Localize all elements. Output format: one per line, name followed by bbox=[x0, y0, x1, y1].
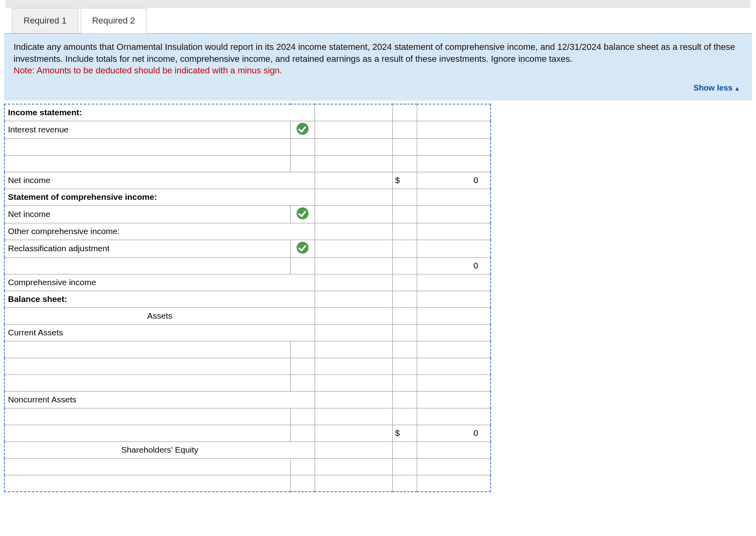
cell-input[interactable] bbox=[315, 358, 392, 374]
show-less-toggle[interactable]: Show less▲ bbox=[693, 83, 740, 93]
cell-input[interactable] bbox=[315, 138, 392, 155]
cell-input[interactable] bbox=[315, 121, 392, 138]
section-header-income-statement: Income statement: bbox=[4, 104, 315, 121]
table-row bbox=[4, 374, 491, 391]
table-row: Comprehensive income bbox=[4, 274, 491, 291]
cell-input[interactable] bbox=[315, 475, 392, 492]
row-label-blank[interactable] bbox=[4, 408, 290, 425]
cell-input[interactable] bbox=[315, 324, 392, 341]
row-label-blank[interactable] bbox=[4, 374, 290, 391]
cell-currency bbox=[392, 121, 417, 138]
table-row bbox=[4, 358, 491, 374]
show-less-label: Show less bbox=[693, 83, 732, 92]
cell-currency bbox=[392, 257, 417, 274]
cell-currency bbox=[392, 324, 417, 341]
cell-input[interactable] bbox=[315, 104, 392, 121]
row-label-comp-income: Comprehensive income bbox=[4, 274, 315, 291]
cell-currency bbox=[392, 341, 417, 358]
cell-input[interactable] bbox=[315, 155, 392, 172]
table-row bbox=[4, 408, 491, 425]
table-row bbox=[4, 475, 491, 492]
table-row: Net income bbox=[4, 205, 491, 223]
tab-required-2[interactable]: Required 2 bbox=[81, 8, 147, 34]
status-cell bbox=[290, 458, 315, 475]
table-row: Current Assets bbox=[4, 324, 491, 341]
row-label-shareholders-equity: Shareholders’ Equity bbox=[4, 441, 315, 458]
row-label-blank[interactable] bbox=[4, 155, 290, 172]
row-label-blank[interactable] bbox=[4, 138, 290, 155]
cell-currency bbox=[392, 138, 417, 155]
cell-input[interactable] bbox=[315, 291, 392, 307]
table-row: Income statement: bbox=[4, 104, 491, 121]
row-label-noncurrent-assets: Noncurrent Assets bbox=[4, 391, 315, 408]
table-row bbox=[4, 341, 491, 358]
cell-currency bbox=[392, 475, 417, 492]
cell-input[interactable] bbox=[315, 205, 392, 223]
table-row bbox=[4, 155, 491, 172]
cell-input[interactable] bbox=[315, 240, 392, 257]
cell-value bbox=[417, 205, 491, 223]
top-grey-bar bbox=[6, 0, 750, 8]
table-row bbox=[4, 138, 491, 155]
cell-currency: $ bbox=[392, 425, 417, 441]
row-label-blank[interactable] bbox=[4, 257, 290, 274]
status-cell bbox=[290, 257, 315, 274]
cell-currency bbox=[392, 205, 417, 223]
cell-input[interactable] bbox=[315, 223, 392, 240]
cell-input[interactable] bbox=[315, 425, 392, 441]
check-icon bbox=[297, 242, 309, 254]
row-label-blank[interactable] bbox=[4, 458, 290, 475]
cell-value bbox=[417, 121, 491, 138]
table-row: Noncurrent Assets bbox=[4, 391, 491, 408]
cell-value bbox=[417, 291, 491, 307]
section-header-balance-sheet: Balance sheet: bbox=[4, 291, 315, 307]
row-label-blank[interactable] bbox=[4, 358, 290, 374]
cell-value bbox=[417, 324, 491, 341]
section-header-sci: Statement of comprehensive income: bbox=[4, 189, 315, 205]
tab-required-1[interactable]: Required 1 bbox=[12, 8, 78, 34]
cell-currency bbox=[392, 240, 417, 257]
row-label-sci-net-income[interactable]: Net income bbox=[4, 205, 290, 223]
row-label-oci: Other comprehensive income: bbox=[4, 223, 315, 240]
status-cell bbox=[290, 205, 315, 223]
table-row: Balance sheet: bbox=[4, 291, 491, 307]
row-label-blank[interactable] bbox=[4, 425, 290, 441]
row-label-blank[interactable] bbox=[4, 341, 290, 358]
cell-value bbox=[417, 274, 491, 291]
table-row: Shareholders’ Equity bbox=[4, 441, 491, 458]
cell-input[interactable] bbox=[315, 274, 392, 291]
cell-input[interactable] bbox=[315, 172, 392, 189]
status-cell bbox=[290, 138, 315, 155]
cell-input[interactable] bbox=[315, 408, 392, 425]
cell-input[interactable] bbox=[315, 458, 392, 475]
cell-value bbox=[417, 391, 491, 408]
cell-input[interactable] bbox=[315, 374, 392, 391]
cell-value bbox=[417, 374, 491, 391]
chevron-up-icon: ▲ bbox=[734, 85, 740, 92]
cell-input[interactable] bbox=[315, 257, 392, 274]
status-cell bbox=[290, 408, 315, 425]
cell-value bbox=[417, 441, 491, 458]
cell-value bbox=[417, 189, 491, 205]
cell-input[interactable] bbox=[315, 391, 392, 408]
cell-input[interactable] bbox=[315, 341, 392, 358]
cell-currency bbox=[392, 391, 417, 408]
row-label-reclass[interactable]: Reclassification adjustment bbox=[4, 240, 290, 257]
row-label-blank[interactable] bbox=[4, 475, 290, 492]
cell-value: 0 bbox=[417, 425, 491, 441]
cell-input[interactable] bbox=[315, 441, 392, 458]
row-label-interest-revenue[interactable]: Interest revenue bbox=[4, 121, 290, 138]
cell-input[interactable] bbox=[315, 189, 392, 205]
cell-value bbox=[417, 408, 491, 425]
cell-currency bbox=[392, 374, 417, 391]
cell-currency bbox=[392, 291, 417, 307]
tab-strip: Required 1 Required 2 bbox=[4, 8, 752, 34]
status-cell bbox=[290, 341, 315, 358]
cell-currency bbox=[392, 274, 417, 291]
row-label-assets: Assets bbox=[4, 307, 315, 324]
cell-value bbox=[417, 307, 491, 324]
cell-input[interactable] bbox=[315, 307, 392, 324]
check-icon bbox=[297, 123, 309, 135]
check-icon bbox=[297, 207, 309, 219]
cell-value: 0 bbox=[417, 172, 491, 189]
